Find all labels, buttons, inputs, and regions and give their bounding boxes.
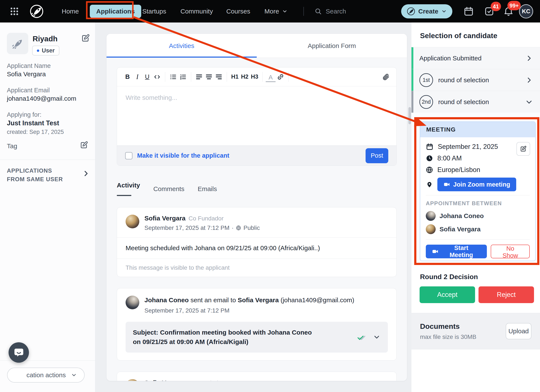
active-tab-underline (106, 57, 257, 58)
stage-application-submitted[interactable]: Application Submitted (411, 47, 540, 69)
code-button[interactable] (152, 71, 162, 82)
visibility-value: Public (243, 224, 260, 231)
accept-button[interactable]: Accept (420, 286, 475, 303)
user-type-badge: User (32, 46, 59, 55)
feed-tab-underline (117, 195, 131, 196)
stage-label: round of selection (438, 98, 489, 106)
no-show-button[interactable]: No Show (491, 245, 530, 258)
create-label: Create (418, 8, 438, 15)
heading3-button[interactable]: H3 (250, 71, 260, 82)
applicant-email-value: johana1409@gmail.com (7, 95, 76, 102)
round-badge: 1st (419, 73, 433, 87)
divider (426, 195, 530, 195)
applying-for-label: Applying for: (7, 111, 41, 118)
edit-meeting-button[interactable] (516, 142, 530, 156)
expand-email-button[interactable] (373, 333, 380, 341)
visibility-checkbox[interactable] (125, 152, 132, 159)
round-2-expanded: MEETING September 21, 2025 8:00 AM Europ… (411, 113, 540, 265)
video-camera-icon (432, 248, 439, 255)
divider (426, 239, 530, 239)
apps-grid-icon[interactable] (10, 0, 19, 22)
tab-activities[interactable]: Activities (106, 34, 257, 58)
activity-meta: September 17, 2025 at 7:12 PM (145, 307, 354, 314)
applying-for-value: Just Instant Test (7, 119, 59, 127)
activity-header: Sofia VergaraCo Fundador September 17, 2… (117, 207, 396, 237)
upload-button[interactable]: Upload (506, 323, 531, 339)
italic-button[interactable]: I (132, 71, 142, 82)
calendar-icon[interactable] (463, 0, 474, 22)
timestamp: September 17, 2025 at 7:12 PM (145, 307, 230, 314)
globe-icon (236, 225, 241, 231)
notifications-badge: 99+ (507, 1, 521, 10)
post-button[interactable]: Post (365, 148, 388, 163)
toolbar-divider (227, 72, 227, 82)
same-user-chevron-right-icon[interactable] (82, 170, 90, 177)
attach-file-button[interactable] (381, 71, 391, 82)
chevron-down-icon[interactable] (525, 98, 533, 106)
avatar (426, 211, 436, 221)
applicant-email-label: Applicant Email (7, 87, 50, 94)
link-button[interactable] (275, 71, 285, 82)
activity-body: Meeting scheduled with Johana on 09/21/2… (117, 238, 396, 258)
user-avatar[interactable]: KC (519, 4, 533, 18)
meta-dot: · (232, 224, 234, 231)
stage-round-2[interactable]: 2nd round of selection (411, 91, 540, 113)
text-color-button[interactable]: A (266, 74, 275, 82)
email-action: sent an email to (190, 297, 236, 303)
application-actions-label: cation actions (27, 372, 66, 379)
start-meeting-button[interactable]: Start Meeting (426, 245, 487, 258)
participant-name: Sofia Vergara (440, 226, 481, 233)
tab-comments[interactable]: Comments (153, 182, 184, 196)
create-button[interactable]: Create (401, 4, 452, 18)
chevron-right-icon[interactable] (525, 55, 533, 62)
author-name: Sofia Vergara (145, 379, 185, 381)
toolbar-divider (288, 72, 289, 82)
tag-label: Tag (7, 142, 17, 150)
edit-title-icon[interactable] (81, 34, 90, 43)
scrollbar-thumb[interactable] (408, 107, 411, 124)
edit-tag-icon[interactable] (80, 141, 88, 149)
chevron-down-icon (71, 372, 77, 378)
align-left-button[interactable] (194, 71, 204, 82)
tab-activity[interactable]: Activity (117, 182, 140, 189)
align-center-button[interactable] (204, 71, 214, 82)
heading2-button[interactable]: H2 (240, 71, 250, 82)
search-box[interactable] (315, 0, 373, 22)
chevron-right-icon[interactable] (525, 76, 533, 84)
heading1-button[interactable]: H1 (230, 71, 240, 82)
application-actions-button[interactable]: cation actions (7, 367, 85, 382)
bullet-list-button[interactable] (168, 71, 178, 82)
main-content: Activities Application Form B I U (95, 22, 411, 392)
chat-widget-button[interactable] (9, 342, 29, 363)
editor-textarea[interactable]: Write something... (117, 86, 396, 145)
applicant-sidebar: Riyadh User Applicant Name Sofia Vergara… (0, 22, 95, 392)
author-role: Co Fundador (189, 380, 224, 381)
author-name: Sofia Vergara (145, 215, 185, 222)
nav-link-courses[interactable]: Courses (226, 0, 250, 22)
stage-round-1[interactable]: 1st round of selection (411, 69, 540, 91)
bold-button[interactable]: B (123, 71, 132, 82)
author-role: Co Fundador (189, 215, 224, 222)
ordered-list-button[interactable] (178, 71, 188, 82)
search-input[interactable] (326, 8, 373, 15)
location-pin-icon (426, 181, 433, 188)
selection-panel: Selection of candidate Application Submi… (411, 22, 540, 392)
nav-link-community[interactable]: Community (180, 0, 213, 22)
tab-application-form[interactable]: Application Form (257, 34, 407, 58)
rocket-logo-icon[interactable] (30, 0, 44, 22)
nav-link-home[interactable]: Home (62, 0, 79, 22)
application-card: Activities Application Form B I U (106, 34, 407, 381)
visibility-label[interactable]: Make it visible for the applicant (137, 152, 229, 159)
join-zoom-button[interactable]: Join Zoom meeting (437, 178, 516, 191)
applicant-name-value: Sofia Vergara (7, 70, 46, 78)
nav-link-more[interactable]: More (265, 0, 288, 22)
nav-link-applications[interactable]: Applications (90, 5, 141, 18)
reject-button[interactable]: Reject (479, 286, 534, 303)
stage-label: round of selection (438, 76, 489, 84)
tab-emails[interactable]: Emails (198, 182, 217, 196)
underline-button[interactable]: U (142, 71, 152, 82)
nav-link-startups[interactable]: Startups (142, 0, 166, 22)
align-right-button[interactable] (214, 71, 224, 82)
email-subject-box[interactable]: Subject: Confirmation meeting booked wit… (125, 322, 388, 352)
program-avatar (7, 33, 28, 54)
